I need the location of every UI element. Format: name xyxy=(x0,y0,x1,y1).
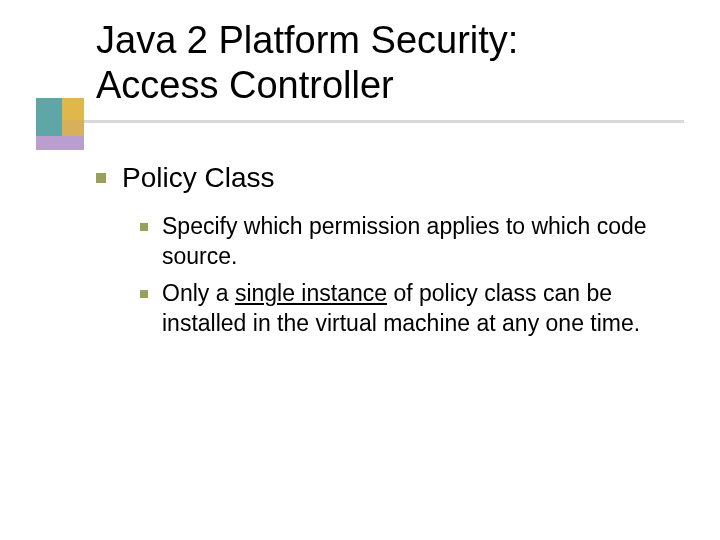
slide-body: Policy Class Specify which permission ap… xyxy=(96,160,686,346)
underlined-text: single instance xyxy=(235,280,387,306)
decor-gold-top xyxy=(62,98,84,120)
bullet-text: Specify which permission applies to whic… xyxy=(162,212,680,271)
square-bullet-icon xyxy=(96,173,106,183)
decor-teal-block xyxy=(36,98,62,136)
decor-purple-block xyxy=(36,136,84,150)
text-fragment: Only a xyxy=(162,280,235,306)
bullet-level1: Policy Class xyxy=(96,160,686,196)
bullet-text: Only a single instance of policy class c… xyxy=(162,279,680,338)
title-underline xyxy=(84,120,684,123)
bullet-text: Policy Class xyxy=(122,160,686,196)
square-bullet-icon xyxy=(140,290,148,298)
slide: Java 2 Platform Security: Access Control… xyxy=(0,0,720,540)
bullet-level2: Only a single instance of policy class c… xyxy=(140,279,680,338)
title-line-1: Java 2 Platform Security: xyxy=(96,18,676,63)
square-bullet-icon xyxy=(140,223,148,231)
bullet-level2: Specify which permission applies to whic… xyxy=(140,212,680,271)
slide-title: Java 2 Platform Security: Access Control… xyxy=(96,18,676,108)
decor-gold-bottom xyxy=(62,120,84,136)
title-line-2: Access Controller xyxy=(96,63,676,108)
